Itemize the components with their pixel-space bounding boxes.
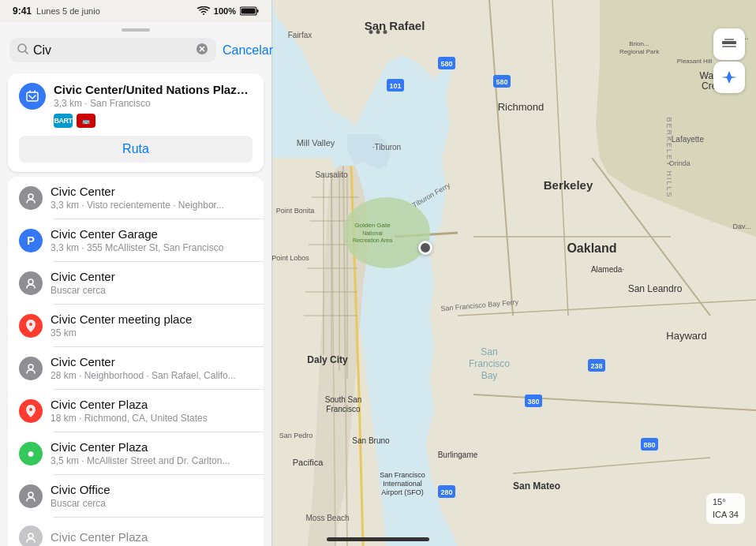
svg-line-65 [25,51,28,54]
map-label-daly-city: Daly City [307,354,348,365]
list-item-sub: 35 km [51,327,253,338]
map-label-sfo: San Francisco [380,471,425,479]
first-result-sub: 3,3 km · San Francisco [54,98,253,109]
svg-text:101: 101 [389,82,401,90]
status-left: 9:41 Lunes 5 de junio [13,6,100,17]
list-item-icon-red2 [19,399,43,423]
svg-rect-63 [241,9,256,14]
search-icon [17,43,28,57]
svg-text:880: 880 [643,441,655,449]
list-item-icon [19,186,43,210]
svg-text:238: 238 [590,362,602,370]
list-item-name: Civic Center Garage [51,227,253,241]
list-item-name: Civic Center [51,185,253,198]
map-label-oakland: Oakland [567,241,616,255]
list-item[interactable]: P Civic Center Garage 3,3 km · 355 McAll… [8,219,264,261]
first-result-card[interactable]: Civic Center/United Nations Plaza Sta...… [8,73,264,172]
map-label-moss-beach: Moss Beach [305,514,349,522]
list-item-name: Civic Center Plaza [51,398,253,411]
svg-text:Point Bonita: Point Bonita [276,207,315,215]
temperature-value: 15° [713,497,726,507]
list-item-icon [19,484,43,508]
map-label-san-mateo: San Mateo [513,481,560,492]
map-label-san-bruno: San Bruno [352,436,390,445]
clear-button[interactable] [196,43,208,58]
drag-handle [122,28,150,32]
list-item-name: Civic Center [51,355,253,368]
list-item-icon-green: ● [19,442,43,466]
map-label-sausalito: Sausalito [315,170,348,179]
svg-text:Airport (SFO): Airport (SFO) [381,488,424,496]
svg-rect-69 [27,92,38,101]
svg-text:580: 580 [496,78,507,86]
svg-point-77 [28,492,33,497]
route-button[interactable]: Ruta [19,136,253,163]
svg-point-73 [28,279,33,284]
temperature-badge: 15° ICA 34 [706,493,745,524]
map-label-hayward: Hayward [666,330,706,342]
search-row: Cancelar [9,38,262,62]
map-button-group [713,28,745,93]
svg-text:Bay: Bay [481,370,498,381]
first-result-header: Civic Center/United Nations Plaza Sta...… [19,83,253,128]
sidebar: 9:41 Lunes 5 de junio 100% [0,0,272,546]
list-item-info: Civic Center Garage 3,3 km · 355 McAllis… [51,227,253,253]
svg-text:Brion...: Brion... [629,40,649,47]
map-label-berkeley: Berkeley [544,178,593,192]
svg-point-72 [28,194,33,199]
svg-text:280: 280 [440,488,452,496]
location-button[interactable] [713,62,745,93]
badge-muni: 🚌 [77,114,95,128]
list-item-civic-meeting[interactable]: Civic Center meeting place 35 km [8,305,264,346]
cancel-button[interactable]: Cancelar [223,43,273,58]
svg-text:International: International [383,480,422,488]
svg-text:Recreation Area: Recreation Area [353,237,392,243]
list-item[interactable]: Civic Center Plaza [8,518,264,546]
list-item-sub: 18 km · Richmond, CA, United States [51,413,253,424]
location-dot [418,241,432,255]
list-item-sub: 3,5 km · McAllister Street and Dr. Carlt… [51,455,253,466]
svg-text:Regional Park: Regional Park [619,48,660,55]
home-indicator [327,537,429,541]
svg-point-75 [28,365,33,369]
list-section-1: Civic Center 3,3 km · Visto recientement… [8,177,264,546]
map-label-burlingame: Burlingame [438,451,478,459]
list-item-icon-red [19,314,43,338]
map-label-mill-valley: Mill Valley [297,138,335,148]
list-item[interactable]: Civic Center 3,3 km · Visto recientement… [8,177,264,219]
svg-rect-58 [722,41,736,44]
map-label-tiburon: ·Tiburon [372,143,401,151]
search-input[interactable] [33,43,191,58]
map-layers-button[interactable] [713,28,745,60]
badge-bart: BART [54,114,73,128]
list-item-info: Civic Office Buscar cerca [51,483,253,509]
map-label-alameda: Alameda· [591,265,624,274]
ica-label: ICA 34 [713,510,739,519]
svg-text:·Orinda: ·Orinda [667,159,691,167]
list-item[interactable]: Civic Center Plaza 18 km · Richmond, CA,… [8,390,264,432]
svg-text:San Pedro: San Pedro [279,432,313,439]
list-item-info: Civic Center Buscar cerca [51,270,253,296]
list-item[interactable]: Civic Center 28 km · Neighborhood · San … [8,347,264,389]
results-list[interactable]: Civic Center/United Nations Plaza Sta...… [0,69,271,546]
battery-icon [240,6,259,16]
svg-text:Dav...: Dav... [733,223,751,230]
list-item-icon [19,271,43,295]
svg-rect-60 [724,39,734,40]
list-item-sub: Buscar cerca [51,285,253,296]
svg-text:Francisco: Francisco [326,405,361,413]
svg-text:Fairfax: Fairfax [288,31,313,39]
three-dots-menu[interactable] [369,30,387,34]
list-item-icon-parking: P [19,229,43,252]
svg-text:Golden Gate: Golden Gate [354,222,391,229]
list-item-name: Civic Center [51,270,253,283]
svg-rect-59 [722,46,736,47]
list-item[interactable]: Civic Center Buscar cerca [8,262,264,304]
svg-text:580: 580 [440,60,452,68]
list-item[interactable]: ● Civic Center Plaza 3,5 km · McAllister… [8,432,264,474]
list-item[interactable]: Civic Office Buscar cerca [8,475,264,517]
list-item-info: Civic Center 28 km · Neighborhood · San … [51,355,253,381]
first-result-icon [19,83,46,110]
wifi-icon [197,6,210,16]
search-input-wrap[interactable] [9,38,216,62]
